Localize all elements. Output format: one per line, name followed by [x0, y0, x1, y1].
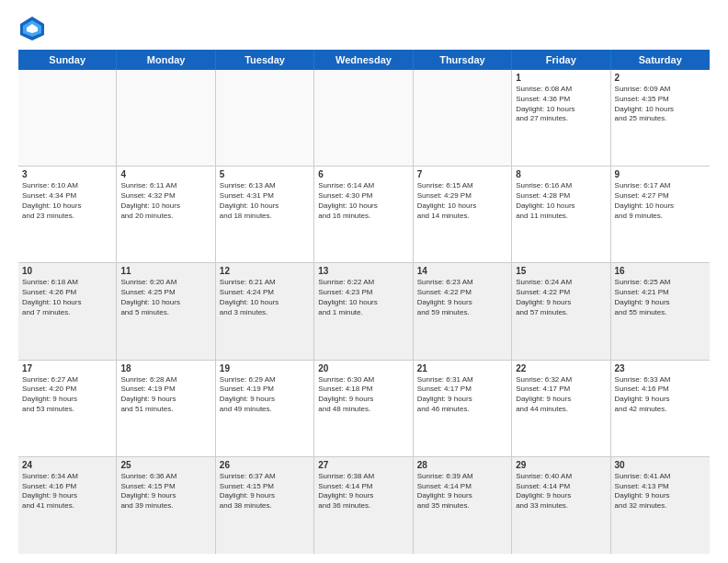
calendar-day-2: 2Sunrise: 6:09 AMSunset: 4:35 PMDaylight… [611, 70, 710, 166]
calendar-week-5: 24Sunrise: 6:34 AMSunset: 4:16 PMDayligh… [18, 457, 710, 554]
day-info: Sunrise: 6:23 AMSunset: 4:22 PMDaylight:… [417, 278, 507, 317]
header-day-monday: Monday [117, 50, 215, 70]
day-info: Sunrise: 6:33 AMSunset: 4:16 PMDaylight:… [615, 375, 706, 415]
calendar-day-5: 5Sunrise: 6:13 AMSunset: 4:31 PMDaylight… [216, 167, 314, 262]
calendar-day-18: 18Sunrise: 6:28 AMSunset: 4:19 PMDayligh… [117, 361, 215, 456]
calendar-day-27: 27Sunrise: 6:38 AMSunset: 4:14 PMDayligh… [314, 457, 413, 554]
day-number: 26 [220, 460, 310, 470]
day-number: 30 [615, 460, 706, 470]
day-number: 13 [318, 266, 408, 276]
day-number: 15 [516, 266, 606, 276]
day-info: Sunrise: 6:40 AMSunset: 4:14 PMDaylight:… [516, 472, 606, 511]
day-number: 25 [120, 460, 210, 470]
calendar-day-15: 15Sunrise: 6:24 AMSunset: 4:22 PMDayligh… [512, 263, 610, 359]
calendar-day-16: 16Sunrise: 6:25 AMSunset: 4:21 PMDayligh… [611, 263, 710, 359]
calendar-day-30: 30Sunrise: 6:41 AMSunset: 4:13 PMDayligh… [611, 457, 710, 554]
calendar-week-4: 17Sunrise: 6:27 AMSunset: 4:20 PMDayligh… [18, 361, 710, 457]
day-number: 29 [516, 460, 606, 470]
calendar-day-20: 20Sunrise: 6:30 AMSunset: 4:18 PMDayligh… [314, 361, 413, 456]
day-number: 21 [417, 363, 507, 373]
day-info: Sunrise: 6:24 AMSunset: 4:22 PMDaylight:… [516, 278, 606, 317]
calendar-day-28: 28Sunrise: 6:39 AMSunset: 4:14 PMDayligh… [414, 457, 512, 554]
calendar: SundayMondayTuesdayWednesdayThursdayFrid… [18, 50, 710, 554]
day-info: Sunrise: 6:17 AMSunset: 4:27 PMDaylight:… [615, 181, 706, 221]
header-day-thursday: Thursday [414, 50, 512, 70]
day-number: 4 [120, 169, 210, 179]
day-number: 28 [417, 460, 507, 470]
calendar-day-22: 22Sunrise: 6:32 AMSunset: 4:17 PMDayligh… [512, 361, 610, 456]
calendar-day-empty [414, 70, 512, 166]
calendar-day-1: 1Sunrise: 6:08 AMSunset: 4:36 PMDaylight… [512, 70, 610, 166]
calendar-day-empty [216, 70, 314, 166]
header-day-friday: Friday [512, 50, 610, 70]
day-info: Sunrise: 6:11 AMSunset: 4:32 PMDaylight:… [120, 181, 210, 221]
header [18, 15, 710, 42]
day-info: Sunrise: 6:25 AMSunset: 4:21 PMDaylight:… [615, 278, 706, 317]
day-info: Sunrise: 6:41 AMSunset: 4:13 PMDaylight:… [615, 472, 706, 511]
day-info: Sunrise: 6:10 AMSunset: 4:34 PMDaylight:… [22, 181, 112, 221]
day-number: 16 [615, 266, 706, 276]
day-info: Sunrise: 6:22 AMSunset: 4:23 PMDaylight:… [318, 278, 408, 317]
day-number: 8 [516, 169, 606, 179]
header-day-saturday: Saturday [611, 50, 710, 70]
day-number: 19 [220, 363, 310, 373]
calendar-day-29: 29Sunrise: 6:40 AMSunset: 4:14 PMDayligh… [512, 457, 610, 554]
day-number: 9 [615, 169, 706, 179]
logo [18, 15, 51, 42]
calendar-day-10: 10Sunrise: 6:18 AMSunset: 4:26 PMDayligh… [18, 263, 117, 359]
day-info: Sunrise: 6:39 AMSunset: 4:14 PMDaylight:… [417, 472, 507, 511]
header-day-wednesday: Wednesday [314, 50, 413, 70]
day-info: Sunrise: 6:31 AMSunset: 4:17 PMDaylight:… [417, 375, 507, 415]
day-info: Sunrise: 6:36 AMSunset: 4:15 PMDaylight:… [120, 472, 210, 511]
day-info: Sunrise: 6:34 AMSunset: 4:16 PMDaylight:… [22, 472, 112, 511]
calendar-day-21: 21Sunrise: 6:31 AMSunset: 4:17 PMDayligh… [414, 361, 512, 456]
calendar-day-8: 8Sunrise: 6:16 AMSunset: 4:28 PMDaylight… [512, 167, 610, 262]
calendar-day-empty [314, 70, 413, 166]
day-info: Sunrise: 6:27 AMSunset: 4:20 PMDaylight:… [22, 375, 112, 415]
page: SundayMondayTuesdayWednesdayThursdayFrid… [0, 0, 728, 563]
calendar-day-6: 6Sunrise: 6:14 AMSunset: 4:30 PMDaylight… [314, 167, 413, 262]
day-info: Sunrise: 6:18 AMSunset: 4:26 PMDaylight:… [22, 278, 112, 317]
calendar-day-14: 14Sunrise: 6:23 AMSunset: 4:22 PMDayligh… [414, 263, 512, 359]
day-number: 1 [516, 73, 606, 83]
calendar-day-4: 4Sunrise: 6:11 AMSunset: 4:32 PMDaylight… [117, 167, 215, 262]
calendar-day-7: 7Sunrise: 6:15 AMSunset: 4:29 PMDaylight… [414, 167, 512, 262]
day-info: Sunrise: 6:14 AMSunset: 4:30 PMDaylight:… [318, 181, 408, 221]
calendar-day-empty [117, 70, 215, 166]
calendar-day-19: 19Sunrise: 6:29 AMSunset: 4:19 PMDayligh… [216, 361, 314, 456]
calendar-week-2: 3Sunrise: 6:10 AMSunset: 4:34 PMDaylight… [18, 167, 710, 263]
header-day-tuesday: Tuesday [216, 50, 314, 70]
day-number: 18 [120, 363, 210, 373]
day-number: 23 [615, 363, 706, 373]
calendar-day-17: 17Sunrise: 6:27 AMSunset: 4:20 PMDayligh… [18, 361, 117, 456]
day-number: 11 [120, 266, 210, 276]
calendar-day-13: 13Sunrise: 6:22 AMSunset: 4:23 PMDayligh… [314, 263, 413, 359]
day-number: 27 [318, 460, 408, 470]
day-number: 22 [516, 363, 606, 373]
calendar-day-26: 26Sunrise: 6:37 AMSunset: 4:15 PMDayligh… [216, 457, 314, 554]
day-number: 12 [220, 266, 310, 276]
day-info: Sunrise: 6:20 AMSunset: 4:25 PMDaylight:… [120, 278, 210, 317]
day-info: Sunrise: 6:09 AMSunset: 4:35 PMDaylight:… [615, 85, 706, 124]
day-number: 17 [22, 363, 112, 373]
calendar-week-1: 1Sunrise: 6:08 AMSunset: 4:36 PMDaylight… [18, 70, 710, 167]
day-info: Sunrise: 6:28 AMSunset: 4:19 PMDaylight:… [120, 375, 210, 415]
day-info: Sunrise: 6:30 AMSunset: 4:18 PMDaylight:… [318, 375, 408, 415]
day-number: 6 [318, 169, 408, 179]
day-number: 10 [22, 266, 112, 276]
day-info: Sunrise: 6:29 AMSunset: 4:19 PMDaylight:… [220, 375, 310, 415]
day-number: 7 [417, 169, 507, 179]
calendar-day-25: 25Sunrise: 6:36 AMSunset: 4:15 PMDayligh… [117, 457, 215, 554]
day-info: Sunrise: 6:32 AMSunset: 4:17 PMDaylight:… [516, 375, 606, 415]
day-info: Sunrise: 6:37 AMSunset: 4:15 PMDaylight:… [220, 472, 310, 511]
day-info: Sunrise: 6:38 AMSunset: 4:14 PMDaylight:… [318, 472, 408, 511]
calendar-day-empty [18, 70, 117, 166]
calendar-day-9: 9Sunrise: 6:17 AMSunset: 4:27 PMDaylight… [611, 167, 710, 262]
logo-icon [18, 15, 46, 42]
calendar-body: 1Sunrise: 6:08 AMSunset: 4:36 PMDaylight… [18, 70, 710, 554]
header-day-sunday: Sunday [18, 50, 117, 70]
calendar-header: SundayMondayTuesdayWednesdayThursdayFrid… [18, 50, 710, 70]
calendar-day-3: 3Sunrise: 6:10 AMSunset: 4:34 PMDaylight… [18, 167, 117, 262]
day-info: Sunrise: 6:13 AMSunset: 4:31 PMDaylight:… [220, 181, 310, 221]
calendar-week-3: 10Sunrise: 6:18 AMSunset: 4:26 PMDayligh… [18, 263, 710, 360]
